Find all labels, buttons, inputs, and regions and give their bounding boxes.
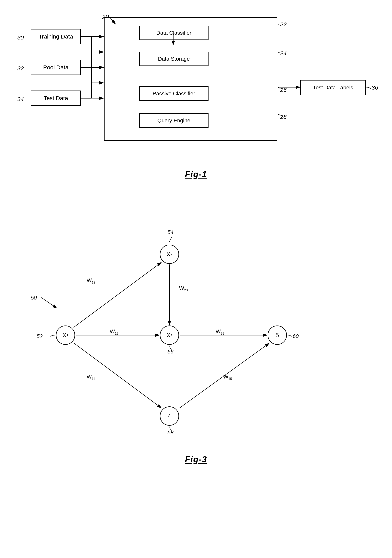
node-xs: Xs [160, 325, 179, 345]
weight-w35: W35 [216, 328, 224, 336]
ref-60-label: 60 [293, 333, 299, 339]
node-x2: X2 [160, 245, 179, 264]
ref-52-label: 52 [37, 333, 43, 339]
ref-36-label: 36 [372, 84, 378, 91]
training-data-box: Training Data [31, 29, 81, 44]
svg-line-15 [74, 262, 161, 327]
query-engine-box: Query Engine [139, 113, 209, 128]
node-4: 4 [160, 406, 179, 426]
ref-56-label: 56 [168, 349, 173, 355]
ref-30-label: 30 [17, 34, 24, 41]
main-system-box: Data Classifier Data Storage Passive Cla… [104, 17, 277, 141]
fig1-caption: Fig-1 [185, 169, 207, 179]
ref-50-label: 50 [31, 295, 37, 301]
ref-54-label: 54 [168, 229, 173, 235]
figure-1: 20 30 32 34 Training Data Pool Data Test… [12, 12, 380, 185]
ref-58-label: 58 [168, 429, 173, 436]
ref-24-label: 24 [280, 50, 287, 57]
pool-data-box: Pool Data [31, 60, 81, 75]
test-data-box: Test Data [31, 90, 81, 106]
node-5: 5 [268, 325, 287, 345]
ref-34-label: 34 [17, 96, 24, 103]
weight-w14: W14 [87, 374, 95, 381]
weight-w12: W12 [87, 277, 95, 285]
passive-classifier-box: Passive Classifier [139, 86, 209, 101]
weight-w23: W23 [179, 285, 188, 292]
ref-28-label: 28 [280, 114, 287, 120]
weight-w45: W45 [223, 374, 232, 381]
data-storage-box: Data Storage [139, 52, 209, 66]
node-x1: X1 [56, 325, 75, 345]
fig3-caption: Fig-3 [185, 454, 207, 464]
figure-3: 50 52 54 56 58 60 X1 X2 Xs 4 5 W12 W13 [12, 200, 380, 470]
ref-26-label: 26 [280, 87, 287, 93]
ref-32-label: 32 [17, 65, 24, 72]
ref-22-label: 22 [280, 21, 287, 28]
data-classifier-box: Data Classifier [139, 26, 209, 40]
weight-w13: W13 [110, 328, 119, 336]
test-data-labels-box: Test Data Labels [300, 80, 366, 95]
